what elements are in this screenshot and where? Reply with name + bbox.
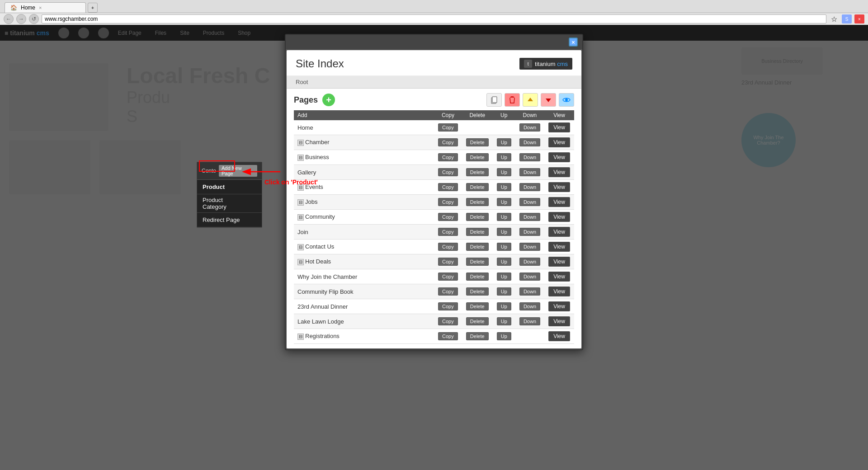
copy-button[interactable]: Copy [438, 302, 458, 310]
forward-button[interactable]: → [16, 14, 26, 24]
delete-button[interactable]: Delete [466, 168, 489, 176]
copy-button[interactable]: Copy [438, 243, 458, 251]
address-bar[interactable] [42, 14, 826, 24]
expand-icon[interactable]: ⊟ [297, 214, 304, 221]
up-button[interactable]: Up [497, 273, 511, 281]
view-button[interactable]: View [548, 272, 570, 282]
toolbar-view-icon[interactable] [559, 93, 574, 107]
copy-button[interactable]: Copy [438, 332, 458, 340]
view-button[interactable]: View [548, 227, 570, 237]
copy-button[interactable]: Copy [438, 138, 458, 146]
toolbar-up-icon[interactable] [523, 93, 538, 107]
delete-button[interactable]: Delete [466, 243, 489, 251]
back-button[interactable]: ← [4, 14, 14, 24]
view-button[interactable]: View [548, 167, 570, 177]
view-button[interactable]: View [548, 137, 570, 147]
view-button[interactable]: View [548, 331, 570, 341]
up-button[interactable]: Up [497, 168, 511, 176]
copy-button[interactable]: Copy [438, 183, 458, 191]
copy-button[interactable]: Copy [438, 228, 458, 236]
expand-icon[interactable]: ⊟ [297, 140, 304, 146]
delete-button[interactable]: Delete [466, 258, 489, 266]
expand-icon[interactable]: ⊟ [297, 259, 304, 265]
up-button[interactable]: Up [497, 228, 511, 236]
copy-button[interactable]: Copy [438, 258, 458, 266]
delete-button[interactable]: Delete [466, 228, 489, 236]
expand-icon[interactable]: ⊟ [297, 155, 304, 161]
copy-button[interactable]: Copy [438, 317, 458, 325]
down-button[interactable]: Down [519, 138, 540, 146]
view-button[interactable]: View [548, 122, 570, 132]
expand-icon[interactable]: ⊟ [297, 199, 304, 206]
dropdown-item-redirect-page[interactable]: Redirect Page [197, 213, 262, 227]
down-button[interactable]: Down [519, 243, 540, 251]
up-button[interactable]: Up [497, 302, 511, 310]
up-button[interactable]: Up [497, 332, 511, 340]
down-button[interactable]: Down [519, 228, 540, 236]
toolbar-copy-icon[interactable] [486, 93, 502, 107]
view-button[interactable]: View [548, 301, 570, 311]
view-button[interactable]: View [548, 287, 570, 296]
down-button[interactable]: Down [519, 198, 540, 206]
extension-button-x[interactable]: × [854, 14, 864, 24]
delete-button[interactable]: Delete [466, 317, 489, 325]
dropdown-item-product[interactable]: Product [197, 180, 262, 194]
copy-button[interactable]: Copy [438, 168, 458, 176]
delete-button[interactable]: Delete [466, 332, 489, 340]
down-button[interactable]: Down [519, 213, 540, 221]
delete-button[interactable]: Delete [466, 153, 489, 161]
tab-close-button[interactable]: × [39, 5, 42, 10]
view-button[interactable]: View [548, 242, 570, 252]
view-button[interactable]: View [548, 197, 570, 207]
copy-button[interactable]: Copy [438, 287, 458, 296]
delete-button[interactable]: Delete [466, 138, 489, 146]
down-button[interactable]: Down [519, 302, 540, 310]
toolbar-down-icon[interactable] [541, 93, 556, 107]
up-button[interactable]: Up [497, 258, 511, 266]
up-button[interactable]: Up [497, 183, 511, 191]
refresh-button[interactable]: ↺ [29, 14, 39, 24]
down-button[interactable]: Down [519, 123, 540, 132]
copy-button[interactable]: Copy [438, 198, 458, 206]
down-button[interactable]: Down [519, 153, 540, 161]
view-button[interactable]: View [548, 212, 570, 222]
up-button[interactable]: Up [497, 243, 511, 251]
copy-button[interactable]: Copy [438, 273, 458, 281]
delete-button[interactable]: Delete [466, 273, 489, 281]
copy-button[interactable]: Copy [438, 123, 458, 132]
down-button[interactable]: Down [519, 317, 540, 325]
add-page-button[interactable]: + [322, 94, 335, 106]
up-button[interactable]: Up [497, 213, 511, 221]
copy-button[interactable]: Copy [438, 153, 458, 161]
view-button[interactable]: View [548, 152, 570, 162]
new-tab-button[interactable]: + [88, 3, 98, 13]
up-button[interactable]: Up [497, 198, 511, 206]
expand-icon[interactable]: ⊟ [297, 244, 304, 250]
delete-button[interactable]: Delete [466, 287, 489, 296]
down-button[interactable]: Down [519, 273, 540, 281]
toolbar-delete-icon[interactable] [505, 93, 520, 107]
up-button[interactable]: Up [497, 153, 511, 161]
view-button[interactable]: View [548, 257, 570, 267]
expand-icon[interactable]: ⊟ [297, 334, 304, 340]
browser-tab-home[interactable]: 🏠 Home × [5, 2, 86, 13]
extension-button-s[interactable]: S [842, 14, 852, 24]
dropdown-item-product-category[interactable]: ProductCategory [197, 194, 262, 213]
down-button[interactable]: Down [519, 183, 540, 191]
view-button[interactable]: View [548, 316, 570, 326]
modal-close-button[interactable]: × [569, 38, 578, 47]
delete-button[interactable]: Delete [466, 213, 489, 221]
down-button[interactable]: Down [519, 287, 540, 296]
up-button[interactable]: Up [497, 317, 511, 325]
down-button[interactable]: Down [519, 258, 540, 266]
svg-rect-1 [492, 97, 497, 103]
copy-button[interactable]: Copy [438, 213, 458, 221]
up-button[interactable]: Up [497, 287, 511, 296]
delete-button[interactable]: Delete [466, 198, 489, 206]
delete-button[interactable]: Delete [466, 302, 489, 310]
delete-button[interactable]: Delete [466, 183, 489, 191]
down-button[interactable]: Down [519, 168, 540, 176]
bookmark-button[interactable]: ☆ [829, 14, 839, 24]
view-button[interactable]: View [548, 182, 570, 192]
up-button[interactable]: Up [497, 138, 511, 146]
